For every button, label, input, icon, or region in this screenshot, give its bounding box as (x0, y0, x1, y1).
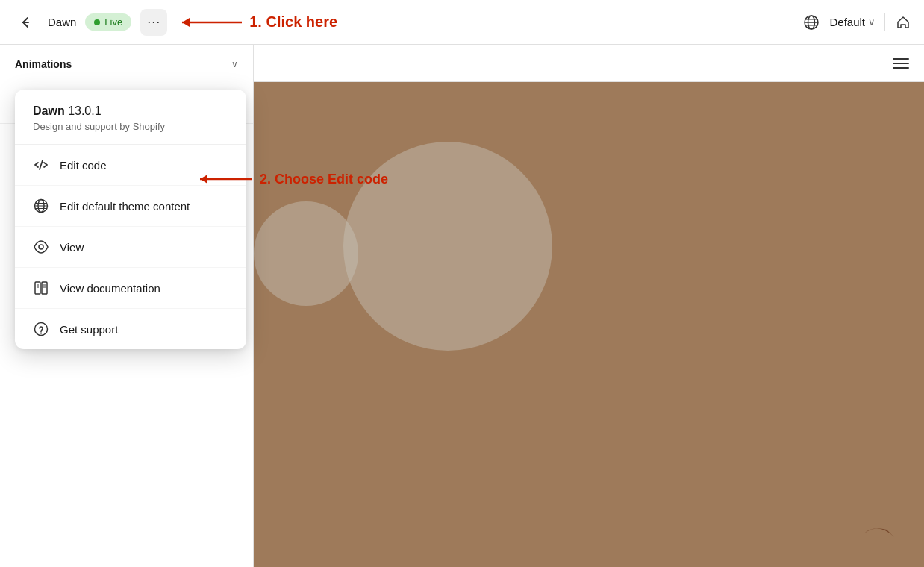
dropdown-item-get-support[interactable]: Get support (15, 309, 246, 349)
live-label: Live (104, 16, 122, 28)
view-label: View (60, 241, 84, 254)
dropdown-title-wrap: Dawn 13.0.1 (33, 104, 228, 118)
header-left: Dawn Live ··· 1. Click here (12, 9, 793, 36)
sidebar-section-animations: Animations ∨ (0, 45, 253, 84)
edit-content-label: Edit default theme content (60, 200, 190, 213)
live-dot (94, 19, 100, 25)
sidebar-row-animations[interactable]: Animations ∨ (0, 45, 253, 84)
decorative-circle-1 (343, 142, 552, 351)
svg-point-13 (39, 245, 43, 249)
dropdown-item-edit-code[interactable]: Edit code (15, 145, 246, 186)
edit-content-icon (33, 198, 49, 214)
more-dots-label: ··· (147, 14, 160, 30)
dropdown-version: 13.0.1 (68, 104, 101, 117)
edit-code-label: Edit code (60, 159, 107, 172)
dropdown-menu: Dawn 13.0.1 Design and support by Shopif… (15, 90, 246, 349)
view-docs-icon (33, 280, 49, 296)
default-dropdown[interactable]: Default ∨ (829, 16, 875, 28)
svg-rect-15 (42, 282, 47, 294)
dropdown-item-view-docs[interactable]: View documentation (15, 268, 246, 309)
preview-area (254, 45, 924, 567)
annotation-1-text: 1. Click here (249, 13, 337, 31)
bird-decoration (842, 507, 902, 552)
live-badge: Live (85, 13, 131, 31)
dropdown-item-edit-content[interactable]: Edit default theme content (15, 186, 246, 227)
main-body: Animations ∨ Buttons ∨ (0, 45, 924, 567)
view-icon (33, 239, 49, 255)
header-divider (884, 13, 885, 31)
back-button[interactable] (12, 9, 39, 36)
animations-chevron: ∨ (231, 59, 238, 69)
get-support-icon (33, 321, 49, 337)
preview-content (254, 82, 924, 567)
header-right: Default ∨ (802, 13, 912, 31)
more-button[interactable]: ··· (140, 9, 167, 36)
annotation-1: 1. Click here (176, 12, 337, 33)
get-support-label: Get support (60, 323, 118, 336)
hamburger-icon[interactable] (893, 58, 909, 69)
chevron-down-icon: ∨ (868, 16, 875, 28)
dropdown-theme-name: Dawn (33, 104, 68, 117)
svg-marker-2 (182, 18, 190, 27)
edit-code-icon (33, 157, 49, 173)
dropdown-item-view[interactable]: View (15, 227, 246, 268)
dropdown-header: Dawn 13.0.1 Design and support by Shopif… (15, 90, 246, 145)
arrow-1-icon (176, 12, 243, 33)
back-icon (17, 14, 34, 31)
svg-point-21 (40, 333, 42, 334)
preview-top-bar (254, 45, 924, 82)
svg-rect-0 (22, 22, 29, 23)
decorative-circle-2 (254, 201, 358, 306)
view-docs-label: View documentation (60, 282, 160, 295)
default-label: Default (829, 16, 865, 28)
animations-label: Animations (15, 58, 72, 70)
svg-rect-14 (35, 282, 40, 294)
header: Dawn Live ··· 1. Click here (0, 0, 924, 45)
theme-name-label: Dawn (48, 16, 76, 28)
globe-icon (802, 13, 820, 31)
home-icon[interactable] (894, 13, 912, 31)
dropdown-subtitle: Design and support by Shopify (33, 121, 228, 132)
